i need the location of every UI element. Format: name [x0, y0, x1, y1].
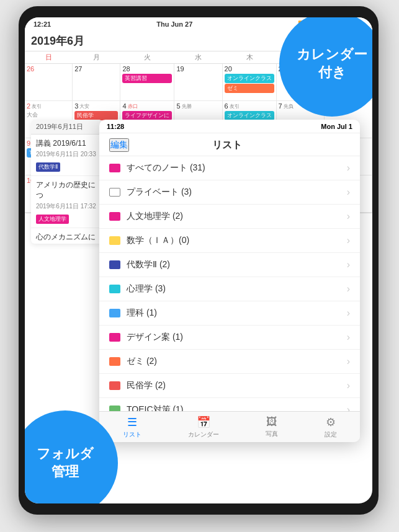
- settings-tab-icon: ⚙: [326, 415, 336, 429]
- day-header-tue: 火: [120, 51, 174, 64]
- chevron-icon: ›: [347, 162, 350, 174]
- cal-cell[interactable]: 28 英習講習: [120, 64, 174, 101]
- tab-list-label: リスト: [123, 430, 141, 439]
- ipad-screen: 12:21 Thu Jun 27 📶 Not Charging 🔋 2019年6…: [25, 17, 372, 503]
- list-item[interactable]: ゼミ (2) ›: [99, 350, 360, 374]
- panel-time: 11:28: [107, 123, 124, 130]
- panel-date: Mon Jul 1: [321, 123, 352, 130]
- day-header-mon: 月: [73, 51, 120, 64]
- tab-photo-label: 写真: [266, 430, 278, 438]
- folder-icon: [109, 236, 120, 245]
- event-tag: オンラインクラス: [225, 111, 274, 120]
- sidebar-note-date: 2019年6月11日 17:32: [36, 202, 97, 211]
- tab-bar: ☰ リスト 📅 カレンダー 🖼 写真 ⚙ 設定: [99, 411, 360, 442]
- calendar-circle-text: カレンダー付き: [297, 46, 367, 81]
- sidebar-note-item[interactable]: 講義 2019/6/11 2019年6月11日 20:33 代数学Ⅱ: [31, 135, 102, 176]
- item-label: 民俗学 (2): [127, 380, 347, 391]
- status-time: 12:21: [34, 20, 51, 28]
- calendar-title: 2019年6月: [31, 33, 84, 48]
- item-label: 人文地理学 (2): [127, 211, 347, 222]
- list-item[interactable]: 人文地理学 (2) ›: [99, 205, 360, 229]
- list-item[interactable]: 代数学Ⅱ (2) ›: [99, 253, 360, 277]
- event-tag: 民俗学: [74, 111, 118, 120]
- list-item[interactable]: デザイン案 (1) ›: [99, 326, 360, 350]
- sidebar-note-title: 心のメカニズムにつ: [36, 232, 97, 244]
- item-label: プライベート (3): [127, 187, 347, 198]
- item-label: デザイン案 (1): [127, 332, 347, 343]
- list-item[interactable]: プライベート (3) ›: [99, 180, 360, 205]
- photo-tab-icon: 🖼: [266, 415, 277, 428]
- folder-icon: [109, 333, 120, 342]
- tab-settings[interactable]: ⚙ 設定: [325, 415, 337, 439]
- item-label: すべてのノート (31): [127, 162, 347, 174]
- event-tag: オンラインクラス: [225, 74, 274, 83]
- item-label: 代数学Ⅱ (2): [127, 259, 347, 270]
- edit-button[interactable]: 編集: [109, 138, 129, 152]
- item-label: ゼミ (2): [127, 356, 347, 367]
- notes-header: 編集 リスト: [99, 133, 360, 156]
- cal-cell[interactable]: 26: [25, 64, 73, 101]
- chevron-icon: ›: [347, 308, 350, 319]
- event-tag: ゼミ: [225, 84, 274, 93]
- tab-settings-label: 設定: [325, 430, 337, 439]
- list-item[interactable]: すべてのノート (31) ›: [99, 156, 360, 180]
- folder-circle-text: フォルダ管理: [37, 445, 94, 481]
- sidebar-note-tag: 人文地理学: [36, 215, 69, 224]
- cal-cell[interactable]: 19: [174, 64, 222, 101]
- event-tag: ライフデザインに: [122, 111, 172, 120]
- chevron-icon: ›: [347, 259, 350, 270]
- day-header-sun: 日: [25, 51, 73, 64]
- day-header-thu: 木: [223, 51, 277, 64]
- folder-icon: [109, 357, 120, 366]
- chevron-icon: ›: [347, 211, 350, 222]
- notes-list: すべてのノート (31) › プライベート (3) › 人文地理学 (2) › …: [99, 156, 360, 423]
- tab-calendar-label: カレンダー: [188, 430, 219, 439]
- sidebar-note-date: 2019年6月11日 20:33: [36, 150, 97, 159]
- folder-icon: [109, 212, 120, 221]
- sidebar-note-tag: 代数学Ⅱ: [36, 162, 60, 172]
- folder-icon: [109, 188, 120, 197]
- folder-icon: [109, 260, 120, 269]
- sidebar-note-item[interactable]: 心のメカニズムにつ 2019年6月11日 12:42 メモフォルダ: [31, 228, 102, 244]
- item-label: 心理学 (3): [127, 283, 347, 295]
- chevron-icon: ›: [347, 332, 350, 343]
- chevron-icon: ›: [347, 356, 350, 367]
- list-item[interactable]: 数学（ＩＡ）(0) ›: [99, 229, 360, 253]
- cal-cell[interactable]: 27: [73, 64, 120, 101]
- day-header-wed: 水: [174, 51, 222, 64]
- item-label: 数学（ＩＡ）(0): [127, 235, 347, 246]
- tab-list[interactable]: ☰ リスト: [123, 415, 141, 439]
- notes-panel-status-bar: 11:28 Mon Jul 1: [99, 120, 360, 133]
- tab-photo[interactable]: 🖼 写真: [266, 415, 278, 438]
- item-label: 理科 (1): [127, 308, 347, 319]
- sidebar-note-item[interactable]: アメリカの歴史につ 2019年6月11日 17:32 人文地理学: [31, 176, 102, 228]
- chevron-icon: ›: [347, 187, 350, 198]
- tab-calendar[interactable]: 📅 カレンダー: [188, 415, 219, 439]
- list-tab-icon: ☰: [127, 415, 137, 429]
- sidebar-note-title: 講義 2019/6/11: [36, 138, 97, 149]
- chevron-icon: ›: [347, 380, 350, 391]
- sidebar-note-title: アメリカの歴史につ: [36, 180, 97, 201]
- notes-panel-title: リスト: [212, 139, 242, 152]
- list-item[interactable]: 心理学 (3) ›: [99, 277, 360, 301]
- folder-icon: [109, 381, 120, 390]
- folder-icon: [109, 164, 120, 172]
- cal-cell[interactable]: 20 オンラインクラス ゼミ: [223, 64, 277, 101]
- calendar-tab-icon: 📅: [197, 415, 210, 429]
- notes-sidebar: 2019年6月11日 講義 2019/6/11 2019年6月11日 20:33…: [31, 120, 102, 244]
- list-item[interactable]: 民俗学 (2) ›: [99, 374, 360, 398]
- folder-icon: [109, 285, 120, 293]
- folder-icon: [109, 309, 120, 317]
- ipad-frame: 12:21 Thu Jun 27 📶 Not Charging 🔋 2019年6…: [19, 6, 379, 515]
- status-date: Thu Jun 27: [156, 20, 192, 28]
- chevron-icon: ›: [347, 283, 350, 295]
- sidebar-date: 2019年6月11日: [31, 120, 102, 135]
- notes-panel: 11:28 Mon Jul 1 編集 リスト すべてのノート (31) › プラ…: [99, 120, 360, 442]
- chevron-icon: ›: [347, 235, 350, 246]
- list-item[interactable]: 理科 (1) ›: [99, 301, 360, 326]
- event-tag: 英習講習: [122, 74, 172, 83]
